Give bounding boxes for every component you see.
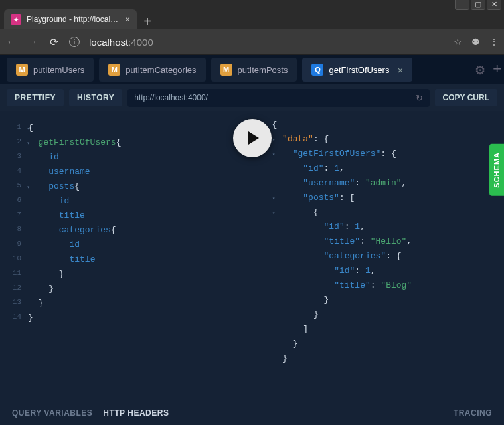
close-icon[interactable]: × (125, 14, 130, 25)
copy-curl-button[interactable]: COPY CURL (435, 89, 497, 106)
tab-label: putItemUsers (33, 65, 84, 75)
browser-tab-title: Playground - http://localhost:40… (27, 15, 120, 24)
tab-putitemposts[interactable]: M putItemPosts (211, 58, 297, 82)
address-bar: ← → ⟳ i localhost:4000 ☆ ⚉ ⋮ (0, 29, 504, 55)
playground-tabs: M putItemUsers M putItemCategories M put… (0, 55, 504, 84)
browser-tab[interactable]: ✦ Playground - http://localhost:40… × (4, 9, 137, 29)
prettify-button[interactable]: PRETTIFY (7, 89, 64, 106)
playground-footer: QUERY VARIABLES HTTP HEADERS TRACING (0, 400, 504, 425)
history-button[interactable]: HISTORY (69, 89, 122, 106)
run-query-button[interactable] (233, 119, 272, 157)
mutation-badge-icon: M (108, 64, 120, 76)
result-pane: ▾ ▾ ▾ ▾ ▾ { "data": { "getFirstOfUsers":… (252, 111, 505, 400)
tab-label: putItemCategories (126, 65, 196, 75)
back-button[interactable]: ← (5, 36, 17, 48)
new-tab-button[interactable]: + (137, 14, 158, 29)
url-host: localhost (89, 37, 128, 48)
query-variables-tab[interactable]: QUERY VARIABLES (12, 408, 92, 418)
http-headers-tab[interactable]: HTTP HEADERS (103, 408, 169, 418)
result-json: { "data": { "getFirstOfUsers": { "id": 1… (272, 111, 505, 400)
playground-app: M putItemUsers M putItemCategories M put… (0, 55, 504, 425)
playground-toolbar: PRETTIFY HISTORY http://localhost:4000/ … (0, 84, 504, 111)
tab-putitemcategories[interactable]: M putItemCategories (99, 58, 205, 82)
query-source: { getFirstOfUsers{ id username posts{ id… (28, 111, 252, 400)
query-editor[interactable]: 1▾ 2▾ 3 4 5▾ 6 7 8 9 10 11 12 13 14 { ge… (0, 111, 252, 400)
reload-button[interactable]: ⟳ (48, 36, 60, 48)
forward-button[interactable]: → (27, 36, 39, 48)
close-icon[interactable]: × (397, 64, 403, 76)
add-tab-button[interactable]: + (493, 60, 501, 78)
site-info-icon[interactable]: i (69, 37, 80, 47)
window-close-button[interactable]: ✕ (487, 0, 501, 10)
favicon-icon: ✦ (11, 14, 21, 25)
mutation-badge-icon: M (16, 64, 28, 76)
incognito-icon[interactable]: ⚉ (471, 37, 480, 47)
window-maximize-button[interactable]: ▢ (471, 0, 485, 10)
mutation-badge-icon: M (220, 64, 232, 76)
url-port: :4000 (128, 37, 153, 48)
line-gutter: 1▾ 2▾ 3 4 5▾ 6 7 8 9 10 11 12 13 14 (0, 111, 24, 400)
tracing-tab[interactable]: TRACING (454, 408, 492, 418)
schema-tab-button[interactable]: SCHEMA (489, 144, 504, 196)
tab-label: getFirstOfUsers (329, 65, 389, 75)
endpoint-value: http://localhost:4000/ (134, 93, 208, 102)
menu-icon[interactable]: ⋮ (489, 37, 499, 47)
reload-endpoint-icon[interactable]: ↻ (416, 93, 423, 103)
endpoint-input[interactable]: http://localhost:4000/ ↻ (127, 89, 429, 107)
star-icon[interactable]: ☆ (454, 37, 462, 47)
url-field[interactable]: localhost:4000 (89, 37, 444, 48)
tab-putitemusers[interactable]: M putItemUsers (7, 58, 94, 82)
tab-label: putItemPosts (238, 65, 288, 75)
query-badge-icon: Q (311, 64, 323, 76)
gear-icon[interactable]: ⚙ (475, 63, 485, 78)
window-minimize-button[interactable]: — (455, 0, 469, 10)
browser-tab-strip: ✦ Playground - http://localhost:40… × + (0, 7, 504, 29)
tab-getfirstofusers[interactable]: Q getFirstOfUsers × (302, 58, 412, 82)
